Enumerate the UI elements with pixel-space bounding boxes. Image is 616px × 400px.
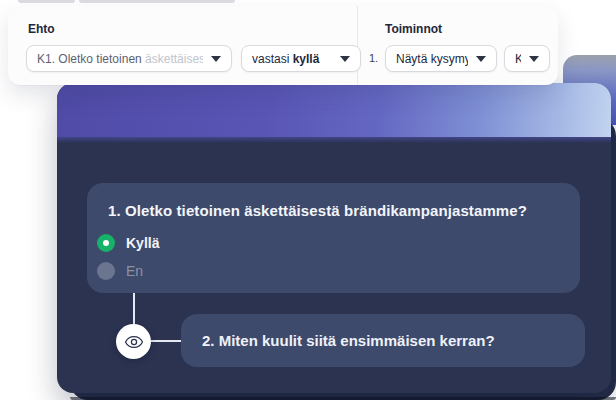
question-card-1[interactable]: 1. Oletko tietoinen äskettäisestä brändi… [87, 183, 580, 293]
connector-horizontal-line [151, 340, 182, 342]
actions-section-label: Toiminnot [385, 22, 442, 36]
answer-option-label: Kyllä [126, 235, 159, 251]
question-2-title: 2. Miten kuulit siitä ensimmäisen kerran… [181, 332, 495, 349]
action-target-value: K2 [515, 52, 521, 66]
question-card-2[interactable]: 2. Miten kuulit siitä ensimmäisen kerran… [181, 314, 585, 367]
logic-toolbar: Ehto K1. Oletko tietoinen äskettäisestä…… [8, 6, 558, 85]
cropped-pill-stub [18, 0, 75, 3]
answer-option-kylla[interactable]: Kyllä [97, 234, 159, 252]
condition-question-value: K1. Oletko tietoinen äskettäisestä… [37, 52, 203, 66]
radio-unselected-icon[interactable] [97, 262, 115, 280]
answer-option-label: En [126, 263, 143, 279]
action-target-dropdown[interactable]: K2 [504, 45, 550, 72]
cropped-pill-stub [79, 0, 235, 3]
hero-gradient-band [57, 83, 611, 137]
condition-answer-dropdown[interactable]: vastasi kyllä [241, 45, 361, 72]
action-type-value: Näytä kysymys [396, 52, 468, 66]
chevron-down-icon [476, 56, 486, 62]
action-type-dropdown[interactable]: Näytä kysymys [385, 45, 497, 72]
condition-question-dropdown[interactable]: K1. Oletko tietoinen äskettäisestä… [26, 45, 232, 72]
condition-answer-value: vastasi kyllä [252, 52, 332, 66]
show-question-node[interactable] [116, 324, 151, 359]
condition-section-label: Ehto [28, 22, 55, 36]
question-1-title: 1. Oletko tietoinen äskettäisestä brändi… [108, 202, 527, 219]
answer-option-en[interactable]: En [97, 262, 143, 280]
logic-builder-screen: 1. Oletko tietoinen äskettäisestä brändi… [0, 0, 616, 400]
chevron-down-icon [211, 56, 221, 62]
survey-flow-canvas: 1. Oletko tietoinen äskettäisestä brändi… [57, 83, 611, 393]
chevron-down-icon [529, 56, 539, 62]
action-index: 1. [369, 52, 378, 64]
connector-vertical-line [133, 293, 135, 326]
eye-icon [124, 332, 144, 352]
radio-selected-icon[interactable] [97, 234, 115, 252]
chevron-down-icon [340, 56, 350, 62]
